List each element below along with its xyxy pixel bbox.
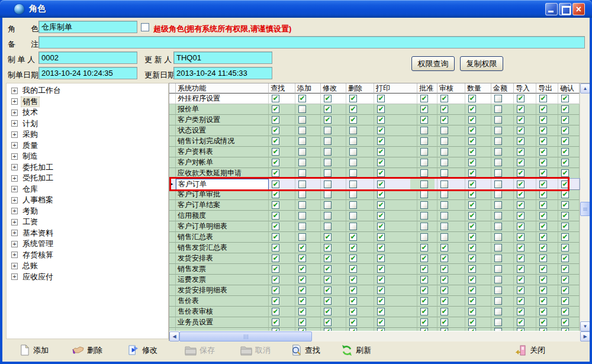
permission-checkbox[interactable] [349,191,357,198]
table-row[interactable]: 客户订单结案 [169,200,580,211]
find-button[interactable]: 查找 [291,344,320,356]
permission-checkbox[interactable] [468,201,476,209]
refresh-button[interactable]: 刷新 [341,344,371,356]
permission-checkbox[interactable] [561,318,569,326]
tree-item[interactable]: +我的工作台 [7,85,168,96]
permission-checkbox[interactable] [324,318,332,326]
permission-checkbox[interactable] [539,116,547,124]
permission-checkbox[interactable] [517,297,525,305]
permission-checkbox[interactable] [561,308,569,315]
table-row[interactable]: 售价表 [169,296,580,307]
permission-checkbox[interactable] [298,105,306,113]
permission-checkbox[interactable] [561,201,569,209]
scroll-left-icon[interactable]: ◀ [169,331,179,342]
permission-checkbox[interactable] [420,105,428,113]
function-name-cell[interactable]: 销售计划完成情况 [176,136,269,147]
permission-checkbox[interactable] [494,137,502,145]
permission-checkbox[interactable] [468,318,476,326]
permission-checkbox[interactable] [377,223,385,230]
permission-checkbox[interactable] [349,276,357,284]
permission-checkbox[interactable] [561,191,569,198]
permission-checkbox[interactable] [377,137,385,145]
permission-checkbox[interactable] [440,308,448,315]
permission-checkbox[interactable] [298,276,306,284]
permission-checkbox[interactable] [377,159,385,166]
tree-item[interactable]: +考勤 [7,206,168,217]
permission-checkbox[interactable] [324,255,332,262]
permission-checkbox[interactable] [494,201,502,209]
table-row[interactable]: 信用额度 [169,211,580,221]
permission-checkbox[interactable] [349,212,357,220]
permission-checkbox[interactable] [298,116,306,124]
permission-checkbox[interactable] [561,127,569,134]
permission-checkbox[interactable] [377,265,385,273]
permission-checkbox[interactable] [539,286,547,294]
permission-checkbox[interactable] [494,297,502,305]
permission-checkbox[interactable] [349,95,357,102]
permission-checkbox[interactable] [561,137,569,145]
permission-checkbox[interactable] [440,181,448,188]
permission-checkbox[interactable] [539,328,547,331]
permission-checkbox[interactable] [377,191,385,198]
permission-checkbox[interactable] [468,127,476,134]
table-row[interactable]: 销售发货汇总表 [169,243,580,253]
permission-checkbox[interactable] [494,265,502,273]
permission-checkbox[interactable] [298,148,306,156]
permission-checkbox[interactable] [420,148,428,156]
permission-checkbox[interactable] [324,137,332,145]
permission-checkbox[interactable] [539,201,547,209]
permission-checkbox[interactable] [324,276,332,284]
permission-checkbox[interactable] [561,159,569,166]
tree-item[interactable]: +受托加工 [7,173,168,184]
permission-checkbox[interactable] [272,297,279,305]
permission-checkbox[interactable] [440,137,448,145]
permission-checkbox[interactable] [468,286,476,294]
permission-checkbox[interactable] [561,169,569,177]
permission-checkbox[interactable] [561,255,569,262]
permission-checkbox[interactable] [440,233,448,241]
permission-checkbox[interactable] [272,286,279,294]
permission-checkbox[interactable] [272,137,279,145]
permission-checkbox[interactable] [349,318,357,326]
permission-checkbox[interactable] [272,116,279,124]
permission-checkbox[interactable] [272,105,279,113]
expand-plus-icon[interactable]: + [11,175,18,182]
permission-checkbox[interactable] [539,244,547,252]
function-name-cell[interactable]: 客户订单 [176,179,269,190]
expand-plus-icon[interactable]: + [11,164,18,170]
vertical-scroll-thumb[interactable] [580,202,590,216]
permission-checkbox[interactable] [561,286,569,294]
permission-checkbox[interactable] [494,169,502,177]
permission-checkbox[interactable] [561,244,569,252]
permission-checkbox[interactable] [494,223,502,230]
permission-checkbox[interactable] [298,233,306,241]
permission-checkbox[interactable] [349,308,357,315]
permission-checkbox[interactable] [517,276,525,284]
permission-checkbox[interactable] [349,148,357,156]
permission-checkbox[interactable] [377,328,385,331]
permission-checkbox[interactable] [377,286,385,294]
permission-checkbox[interactable] [324,286,332,294]
permission-checkbox[interactable] [440,244,448,252]
permission-checkbox[interactable] [561,181,569,188]
table-row[interactable]: 客户资料表 [169,147,580,157]
permission-checkbox[interactable] [324,105,332,113]
permission-checkbox[interactable] [272,223,279,230]
permission-checkbox[interactable] [298,201,306,209]
permission-checkbox[interactable] [324,181,332,188]
expand-plus-icon[interactable]: + [11,88,18,94]
permission-checkbox[interactable] [272,127,279,134]
permission-checkbox[interactable] [298,255,306,262]
function-name-cell[interactable] [176,328,269,331]
permission-checkbox[interactable] [517,233,525,241]
permission-checkbox[interactable] [272,308,279,315]
permission-checkbox[interactable] [440,265,448,273]
permission-checkbox[interactable] [324,201,332,209]
tree-item[interactable]: +质量 [7,140,168,152]
permission-checkbox[interactable] [377,276,385,284]
role-input[interactable] [38,21,137,33]
permission-checkbox[interactable] [517,244,525,252]
permission-checkbox[interactable] [298,308,306,315]
permission-checkbox[interactable] [517,116,525,124]
permission-checkbox[interactable] [324,308,332,315]
